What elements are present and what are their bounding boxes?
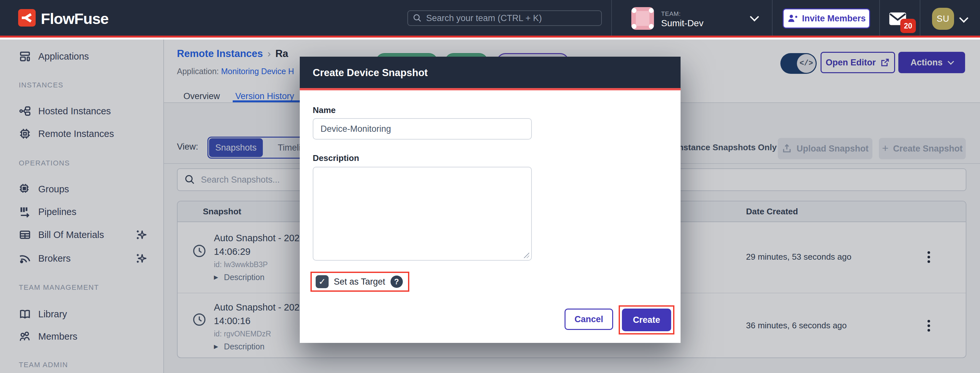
create-button-highlight: Create xyxy=(619,305,675,335)
name-input[interactable] xyxy=(313,118,532,140)
team-name[interactable]: Sumit-Dev xyxy=(661,18,703,29)
user-menu-chevron-down-icon[interactable] xyxy=(959,14,968,23)
create-button[interactable]: Create xyxy=(622,309,671,331)
description-textarea[interactable] xyxy=(313,167,532,261)
search-icon xyxy=(412,13,422,23)
invite-members-button[interactable]: Invite Members xyxy=(783,8,870,29)
set-as-target-highlight: ✓ Set as Target ? xyxy=(310,271,409,292)
team-label: TEAM: xyxy=(661,10,681,17)
flowfuse-logo-icon[interactable] xyxy=(18,9,36,27)
set-as-target-label: Set as Target xyxy=(334,277,385,287)
modal-header: Create Device Snapshot xyxy=(300,57,681,90)
help-icon[interactable]: ? xyxy=(390,276,403,288)
team-chevron-down-icon[interactable] xyxy=(750,12,759,21)
team-avatar[interactable] xyxy=(631,7,654,30)
team-search-input[interactable] xyxy=(426,13,595,23)
set-as-target-checkbox[interactable]: ✓ xyxy=(316,275,329,288)
brand-name[interactable]: FlowFuse xyxy=(41,10,108,27)
notification-count-badge[interactable]: 20 xyxy=(900,19,916,33)
team-search[interactable] xyxy=(407,10,602,26)
user-avatar[interactable]: SU xyxy=(932,8,954,30)
divider xyxy=(611,0,612,36)
description-label: Description xyxy=(313,153,359,163)
name-label: Name xyxy=(313,105,336,115)
user-plus-icon xyxy=(787,13,798,24)
modal-title: Create Device Snapshot xyxy=(313,57,428,89)
cancel-button[interactable]: Cancel xyxy=(565,309,613,330)
create-device-snapshot-modal: Create Device Snapshot Name Description … xyxy=(300,57,681,343)
divider xyxy=(920,0,920,36)
divider xyxy=(879,0,880,36)
top-navbar: FlowFuse TEAM: Sumit-Dev Invite Members … xyxy=(0,0,980,38)
divider xyxy=(772,0,773,36)
